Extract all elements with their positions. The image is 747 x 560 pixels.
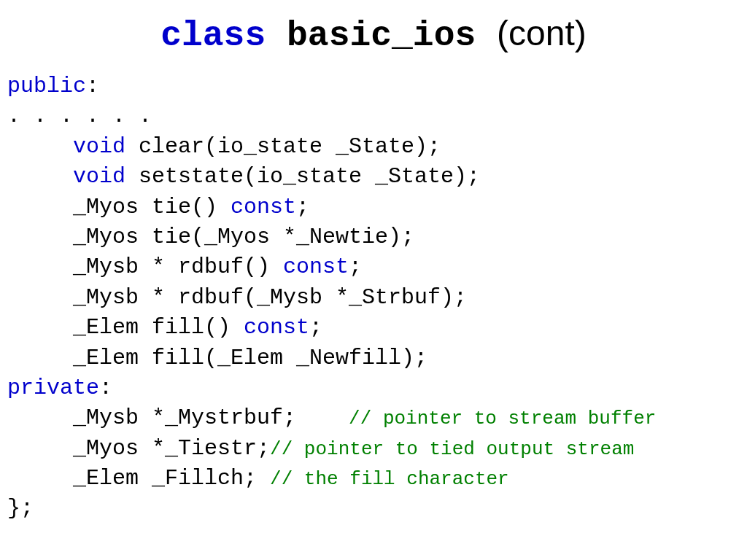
code-text: . . . . . .	[7, 104, 152, 128]
kw-const: const	[244, 315, 309, 340]
code-text: _Mysb *_Mystrbuf;	[7, 405, 349, 430]
title-keyword: class	[160, 16, 266, 55]
code-text: ;	[296, 195, 309, 219]
code-text: _Myos *_Tiestr;	[7, 436, 270, 461]
title-cont: (cont)	[497, 14, 587, 52]
comment: // pointer to tied output stream	[270, 438, 634, 460]
code-text: _Elem fill()	[7, 315, 244, 340]
code-text: clear(io_state _State);	[125, 134, 441, 159]
code-text: _Mysb * rdbuf()	[7, 254, 283, 279]
title-class-name: basic_ios	[287, 16, 476, 55]
code-text: setstate(io_state _State);	[125, 164, 480, 189]
kw-void: void	[73, 134, 125, 159]
comment: // the fill character	[270, 468, 509, 490]
slide-title: class basic_ios (cont)	[0, 13, 747, 55]
kw-void: void	[73, 164, 125, 189]
comment: // pointer to stream buffer	[349, 408, 656, 429]
code-text: };	[7, 496, 34, 521]
code-text: ;	[309, 315, 322, 340]
slide: class basic_ios (cont) public: . . . . .…	[0, 0, 747, 560]
kw-const: const	[283, 254, 349, 279]
code-text: :	[99, 376, 112, 400]
code-text: ;	[349, 254, 362, 279]
code-text: _Myos tie(_Myos *_Newtie);	[7, 225, 414, 249]
code-text: _Elem fill(_Elem _Newfill);	[7, 346, 427, 370]
code-text: _Mysb * rdbuf(_Mysb *_Strbuf);	[7, 285, 467, 310]
code-text: _Elem _Fillch;	[7, 466, 270, 491]
code-text: _Myos tie()	[7, 195, 231, 219]
code-block: public: . . . . . . void clear(io_state …	[7, 71, 656, 524]
kw-const: const	[231, 195, 296, 219]
kw-private: private	[7, 376, 99, 400]
code-text: :	[86, 74, 99, 98]
kw-public: public	[7, 74, 86, 98]
